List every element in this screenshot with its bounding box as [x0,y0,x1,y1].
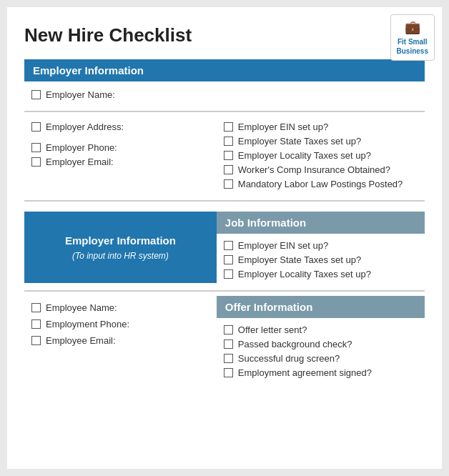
list-item: Employment agreement signed? [224,367,425,378]
list-item: Employer State Taxes set up? [224,136,425,147]
list-item: Employment Phone: [31,319,211,329]
logo-line1: Fit Small [398,38,428,46]
page: 💼 Fit Small Business New Hire Checklist … [7,7,442,469]
item-label: Employment Phone: [46,319,129,329]
checkbox[interactable] [224,241,233,250]
item-label: Employer EIN set up? [238,122,328,132]
employer-info-box: Employer Information (To input into HR s… [24,212,217,283]
checkbox[interactable] [31,157,41,167]
item-label: Worker's Comp Insurance Obtained? [238,164,390,175]
item-label: Offer letter sent? [238,324,307,335]
checkbox[interactable] [224,339,233,349]
offer-info-col: Offer Information Offer letter sent? Pas… [217,296,425,382]
page-title: New Hire Checklist [24,24,425,46]
bottom-section: Employee Name: Employment Phone: Employe… [24,296,425,382]
item-label: Employer State Taxes set up? [238,136,361,147]
list-item: Employer Name: [31,89,425,100]
item-label: Employer Phone: [46,142,117,153]
employer-info-box-col: Employer Information (To input into HR s… [24,212,217,283]
job-info-header: Job Information [217,212,425,234]
list-item: Offer letter sent? [224,324,425,335]
list-item: Employer Address: [31,122,211,132]
checkbox[interactable] [31,122,41,132]
logo-line2: Business [397,47,428,55]
list-item: Employer Email: [31,157,211,167]
item-label: Employer Email: [46,157,114,167]
logo: 💼 Fit Small Business [390,14,435,61]
item-label: Employer Locality Taxes set up? [238,269,371,279]
item-label: Employment agreement signed? [238,367,372,378]
list-item: Employee Name: [31,302,211,313]
checkbox[interactable] [224,122,233,132]
checkbox[interactable] [31,336,41,345]
list-item: Mandatory Labor Law Postings Posted? [224,179,425,189]
checkbox[interactable] [224,137,233,146]
list-item: Employer Locality Taxes set up? [224,150,425,161]
employer-info-box-subtitle: (To input into HR system) [72,251,169,261]
checkbox[interactable] [224,325,233,334]
checkbox[interactable] [224,368,233,377]
top-employer-section: Employer Information Employer Name: Empl… [24,54,425,202]
checkbox[interactable] [31,143,41,152]
employee-col: Employee Name: Employment Phone: Employe… [24,296,217,382]
checkbox[interactable] [224,151,233,160]
right-col: Employer EIN set up? Employer State Taxe… [217,118,425,193]
employer-info-header: Employer Information [24,59,425,81]
item-label: Employer Address: [46,122,124,132]
item-label: Passed background check? [238,339,352,349]
list-item: Employer Phone: [31,142,211,153]
two-col-section: Employer Address: Employer Phone: Employ… [24,118,425,193]
item-label: Mandatory Labor Law Postings Posted? [238,179,403,189]
middle-two-col: Employer Information (To input into HR s… [24,212,425,283]
checkbox[interactable] [31,303,41,312]
checkbox[interactable] [224,165,233,174]
list-item: Passed background check? [224,339,425,349]
middle-section: Employer Information (To input into HR s… [24,206,425,292]
offer-info-header: Offer Information [217,296,425,318]
checkbox[interactable] [31,319,41,329]
item-label: Successful drug screen? [238,353,340,364]
checkbox[interactable] [224,255,233,264]
list-item: Employer EIN set up? [224,240,425,251]
item-label: Employer State Taxes set up? [238,254,361,265]
list-item: Successful drug screen? [224,353,425,364]
list-item: Employer EIN set up? [224,122,425,132]
item-label: Employer Locality Taxes set up? [238,150,371,161]
checkbox[interactable] [31,90,41,99]
employer-info-box-title: Employer Information [65,234,176,247]
list-item: Worker's Comp Insurance Obtained? [224,164,425,175]
item-label: Employer Name: [46,89,115,100]
checkbox[interactable] [224,354,233,363]
list-item: Employer State Taxes set up? [224,254,425,265]
left-col: Employer Address: Employer Phone: Employ… [24,118,217,193]
checkbox[interactable] [224,269,233,279]
item-label: Employee Email: [46,335,116,346]
item-label: Employee Name: [46,302,117,313]
list-item: Employee Email: [31,335,211,346]
checkbox[interactable] [224,179,233,189]
logo-icon: 💼 [397,19,428,36]
item-label: Employer EIN set up? [238,240,328,251]
list-item: Employer Locality Taxes set up? [224,269,425,279]
job-info-col: Job Information Employer EIN set up? Emp… [217,212,425,283]
